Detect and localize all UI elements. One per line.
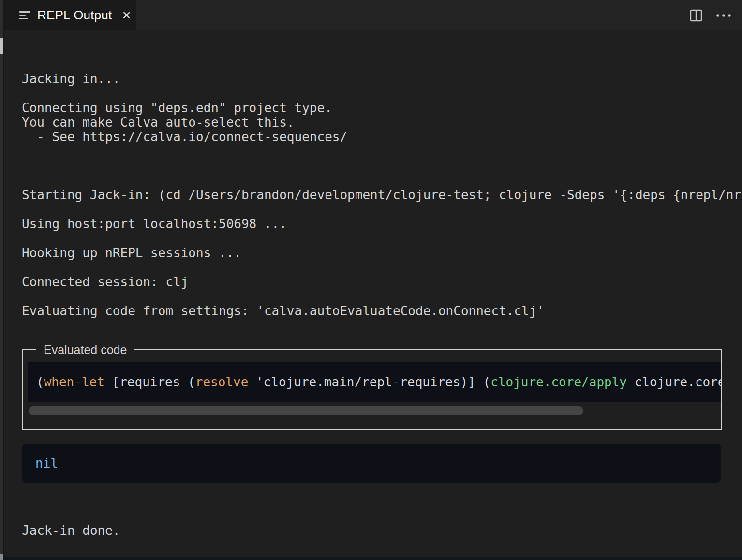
split-editor-icon[interactable] — [690, 9, 702, 22]
code-token: 'clojure.main/repl-requires)] — [248, 375, 483, 389]
output-line: Jack-in done. — [22, 523, 742, 538]
repl-output-icon — [19, 11, 30, 19]
code-token: ( — [188, 375, 195, 389]
evaluated-code-snippet[interactable]: (when-let [requires (resolve 'clojure.ma… — [28, 362, 721, 402]
next-block-edge — [4, 557, 742, 560]
code-token: resolve — [195, 375, 249, 389]
editor-actions — [690, 0, 731, 30]
editor-tab-bar: REPL Output ✕ — [0, 0, 742, 30]
left-edge-mark — [0, 38, 3, 54]
output-line: Connecting using "deps.edn" project type… — [22, 101, 742, 115]
output-line-connect-sequences-link[interactable]: - See https://calva.io/connect-sequences… — [22, 130, 742, 144]
code-line: (when-let [requires (resolve 'clojure.ma… — [28, 375, 721, 389]
output-line: Using host:port localhost:50698 ... — [22, 217, 742, 231]
close-icon[interactable]: ✕ — [121, 10, 131, 21]
code-token: clojure.core — [627, 375, 721, 389]
output-line: Connected session: clj — [22, 275, 742, 289]
output-line: Evaluating code from settings: 'calva.au… — [22, 304, 742, 318]
output-line-jack-in-command: Starting Jack-in: (cd /Users/brandon/dev… — [22, 188, 742, 202]
repl-output-window: REPL Output ✕ Jacking in... Connecting u… — [0, 0, 742, 560]
code-token: [requires — [104, 375, 188, 389]
evaluated-code-box: Evaluated code (when-let [requires (reso… — [22, 349, 722, 430]
code-token: clojure.core/apply — [490, 375, 627, 389]
more-actions-icon[interactable] — [716, 13, 731, 18]
left-edge-mark-bottom — [0, 554, 3, 560]
code-token: ( — [36, 375, 44, 389]
code-token: when-let — [44, 375, 104, 389]
tab-title: REPL Output — [37, 8, 112, 23]
output-line: Hooking up nREPL sessions ... — [22, 246, 742, 260]
code-token: ( — [483, 375, 491, 389]
evaluation-result-value: nil — [22, 456, 58, 471]
tab-repl-output[interactable]: REPL Output ✕ — [4, 0, 136, 30]
horizontal-scrollbar-thumb[interactable] — [29, 406, 583, 415]
output-line: You can make Calva auto-select this. — [22, 115, 742, 130]
evaluation-result-box: nil — [22, 444, 721, 483]
evaluated-code-legend: Evaluated code — [36, 342, 134, 357]
left-editor-edge — [0, 0, 4, 560]
output-line: Jacking in... — [22, 72, 742, 86]
